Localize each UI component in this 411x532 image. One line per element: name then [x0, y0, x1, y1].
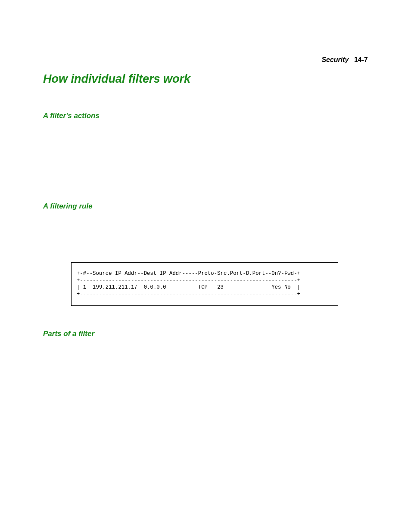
filter-table-header-line: +-#--Source IP Addr--Dest IP Addr-----Pr…	[77, 271, 333, 277]
header-page-number: 14-7	[354, 56, 368, 63]
subheading-filter-actions: A filter's actions	[43, 112, 368, 120]
subheading-parts-of-filter: Parts of a filter	[43, 330, 368, 338]
main-heading: How individual filters work	[43, 72, 368, 86]
subheading-filtering-rule: A filtering rule	[43, 202, 368, 211]
filter-table-bottom-line: +---------------------------------------…	[77, 291, 333, 298]
header-section-name: Security	[321, 56, 349, 63]
filter-table-data-row: | 1 199.211.211.17 0.0.0.0 TCP 23 Yes No…	[77, 284, 333, 291]
filter-table-divider-line: +---------------------------------------…	[77, 277, 333, 284]
page-header: Security 14-7	[43, 56, 368, 64]
filter-rule-table-box: +-#--Source IP Addr--Dest IP Addr-----Pr…	[71, 262, 338, 306]
